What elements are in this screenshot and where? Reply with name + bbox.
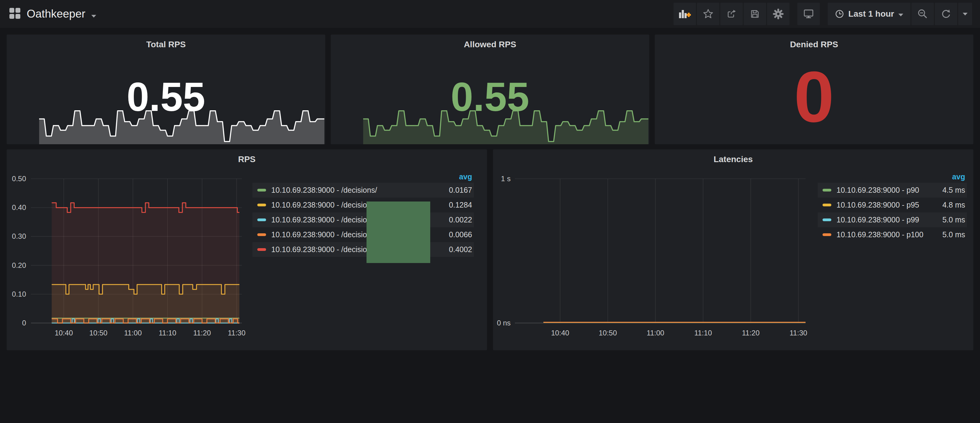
legend-series-swatch[interactable]	[822, 204, 831, 206]
svg-text:0: 0	[22, 319, 26, 327]
dashboard-title[interactable]: Oathkeeper	[27, 8, 85, 20]
panel-title[interactable]: Total RPS	[7, 35, 325, 49]
legend-row: 10.10.69.238:9000 - /decisions/0.1284	[253, 198, 474, 212]
zoom-out-button[interactable]	[912, 3, 934, 25]
add-panel-button[interactable]	[674, 3, 696, 25]
svg-text:0.30: 0.30	[12, 232, 26, 240]
toolbar-group-actions	[674, 3, 789, 25]
stat-value: 0	[655, 61, 973, 133]
legend-series-avg-value: 0.0022	[439, 215, 472, 224]
cycle-view-button[interactable]	[797, 3, 820, 25]
svg-text:11:10: 11:10	[694, 329, 712, 337]
star-button[interactable]	[697, 3, 719, 25]
svg-text:10:50: 10:50	[599, 329, 617, 337]
legend-series-label[interactable]: 10.10.69.238:9000 - p90	[837, 186, 932, 195]
dashboard-title-group[interactable]: Oathkeeper	[9, 8, 96, 20]
panel-title[interactable]: Denied RPS	[655, 35, 973, 49]
legend-series-swatch[interactable]	[257, 189, 266, 192]
legend-series-swatch[interactable]	[822, 189, 831, 192]
chevron-down-icon	[963, 13, 967, 16]
sparkline	[39, 102, 325, 144]
green-overlay	[366, 201, 430, 263]
chevron-down-icon[interactable]	[91, 15, 96, 17]
legend-series-avg-value: 0.4002	[439, 245, 472, 254]
legend-series-label[interactable]: 10.10.69.238:9000 - p100	[837, 230, 932, 239]
legend-series-avg-value: 0.1284	[439, 201, 472, 209]
settings-button[interactable]	[767, 3, 789, 25]
legend-series-avg-value: 4.8 ms	[932, 201, 965, 209]
share-button[interactable]	[720, 3, 743, 25]
share-icon	[726, 8, 737, 19]
svg-text:1 s: 1 s	[501, 174, 511, 183]
svg-text:0.50: 0.50	[12, 174, 26, 183]
legend-series-swatch[interactable]	[257, 219, 266, 221]
legend-row: 10.10.69.238:9000 - p904.5 ms	[818, 183, 967, 198]
svg-text:11:00: 11:00	[124, 329, 142, 337]
graph-row: RPS 10:4010:5011:0011:1011:2011:3000.100…	[7, 149, 973, 350]
svg-text:0.20: 0.20	[12, 261, 26, 269]
svg-text:11:30: 11:30	[789, 329, 807, 337]
legend-row: 10.10.69.238:9000 - /decisions/0.0066	[253, 227, 474, 242]
panel-latencies: Latencies 10:4010:5011:0011:1011:2011:30…	[493, 149, 973, 350]
stat-row: Total RPS 0.55 Allowed RPS 0.55 Denied R…	[7, 35, 973, 144]
legend-series-label[interactable]: 10.10.69.238:9000 - /decisions/	[271, 186, 439, 195]
legend-series-swatch[interactable]	[257, 248, 266, 251]
panel-total-rps: Total RPS 0.55	[7, 35, 325, 144]
svg-text:10:40: 10:40	[551, 329, 569, 337]
bar-chart-plus-icon	[678, 8, 691, 19]
legend-row: 10.10.69.238:9000 - /decisions/0.0167	[253, 183, 474, 198]
legend-series-swatch[interactable]	[257, 204, 266, 206]
panel-allowed-rps: Allowed RPS 0.55	[331, 35, 649, 144]
svg-text:11:20: 11:20	[742, 329, 759, 337]
svg-text:0.10: 0.10	[12, 290, 26, 298]
legend-series-avg-value: 4.5 ms	[932, 186, 965, 195]
svg-text:11:10: 11:10	[159, 329, 176, 337]
clock-icon	[835, 10, 844, 19]
legend-row: 10.10.69.238:9000 - p954.8 ms	[818, 198, 967, 212]
apps-grid-icon	[9, 8, 21, 20]
save-button[interactable]	[744, 3, 766, 25]
refresh-interval-button[interactable]	[958, 3, 972, 25]
save-icon	[749, 8, 760, 19]
svg-text:11:20: 11:20	[193, 329, 211, 337]
toolbar-group-view	[797, 3, 820, 25]
legend-series-swatch[interactable]	[257, 233, 266, 236]
toolbar: Last 1 hour	[674, 3, 972, 25]
legend-avg-header: avg	[253, 171, 474, 183]
toolbar-group-time: Last 1 hour	[828, 3, 972, 25]
svg-text:0 ns: 0 ns	[497, 319, 511, 327]
legend-series-avg-value: 0.0066	[439, 230, 472, 239]
svg-text:11:00: 11:00	[647, 329, 664, 337]
time-range-label: Last 1 hour	[848, 9, 894, 19]
time-range-picker[interactable]: Last 1 hour	[828, 3, 910, 25]
refresh-button[interactable]	[935, 3, 957, 25]
legend-row: 10.10.69.238:9000 - p995.0 ms	[818, 212, 967, 227]
legend-row: 10.10.69.238:9000 - /decisions/0.4002	[253, 242, 474, 257]
gear-icon	[772, 8, 784, 20]
legend-series-label[interactable]: 10.10.69.238:9000 - p99	[837, 215, 932, 224]
dashboard: Total RPS 0.55 Allowed RPS 0.55 Denied R…	[0, 28, 980, 350]
panel-title[interactable]: Allowed RPS	[331, 35, 649, 49]
legend-series-swatch[interactable]	[822, 219, 831, 221]
legend-avg-header: avg	[818, 171, 967, 183]
monitor-icon	[803, 8, 815, 19]
svg-text:0.40: 0.40	[12, 203, 26, 211]
zoom-out-icon	[917, 8, 928, 19]
legend-series-avg-value: 5.0 ms	[932, 230, 965, 239]
legend-series-swatch[interactable]	[822, 233, 831, 236]
svg-text:11:30: 11:30	[228, 329, 245, 337]
legend-table: avg10.10.69.238:9000 - /decisions/0.0167…	[253, 171, 474, 257]
refresh-icon	[940, 8, 951, 19]
legend-row: 10.10.69.238:9000 - /decisions/0.0022	[253, 212, 474, 227]
legend-table: avg10.10.69.238:9000 - p904.5 ms10.10.69…	[818, 171, 967, 242]
navbar: Oathkeeper	[0, 0, 980, 28]
legend-series-avg-value: 0.0167	[439, 186, 472, 195]
legend-row: 10.10.69.238:9000 - p1005.0 ms	[818, 227, 967, 242]
sparkline	[363, 102, 648, 144]
svg-text:10:50: 10:50	[89, 329, 107, 337]
panel-rps: RPS 10:4010:5011:0011:1011:2011:3000.100…	[7, 149, 487, 350]
legend-series-avg-value: 5.0 ms	[932, 215, 965, 224]
star-icon	[703, 8, 714, 19]
svg-text:10:40: 10:40	[55, 329, 73, 337]
legend-series-label[interactable]: 10.10.69.238:9000 - p95	[837, 201, 932, 209]
